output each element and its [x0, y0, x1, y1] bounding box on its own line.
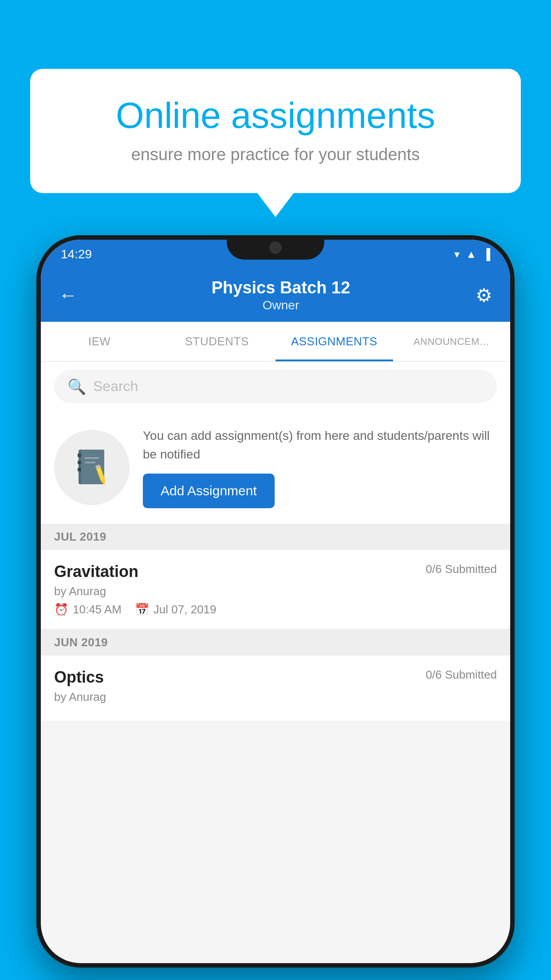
- battery-icon: ▐: [483, 248, 490, 261]
- meta-time: ⏰ 10:45 AM: [54, 603, 122, 616]
- section-header-jul2019: JUL 2019: [41, 524, 510, 550]
- assignment-author-gravitation: by Anurag: [54, 585, 497, 598]
- assignment-item-gravitation[interactable]: Gravitation 0/6 Submitted by Anurag ⏰ 10…: [41, 550, 510, 629]
- phone-notch: [227, 235, 324, 260]
- assignment-item-optics[interactable]: Optics 0/6 Submitted by Anurag: [41, 656, 510, 721]
- assignment-meta-gravitation: ⏰ 10:45 AM 📅 Jul 07, 2019: [54, 603, 497, 616]
- speech-bubble-subtitle: ensure more practice for your students: [66, 145, 485, 164]
- assignment-date: Jul 07, 2019: [153, 603, 216, 616]
- assignment-submitted-optics: 0/6 Submitted: [426, 668, 497, 682]
- phone-container: 14:29 ▾ ▲ ▐ ← Physics Batch 12 Owner ⚙: [36, 235, 515, 968]
- svg-rect-3: [78, 461, 81, 464]
- search-icon: 🔍: [67, 378, 86, 395]
- tab-assignments[interactable]: ASSIGNMENTS: [276, 322, 393, 361]
- promo-icon-circle: [54, 430, 130, 505]
- tabs-container: IEW STUDENTS ASSIGNMENTS ANNOUNCEM…: [41, 322, 510, 362]
- promo-description: You can add assignment(s) from here and …: [143, 427, 497, 464]
- add-assignment-button[interactable]: Add Assignment: [143, 474, 275, 508]
- assignment-time: 10:45 AM: [73, 603, 122, 616]
- app-bar-title: Physics Batch 12: [86, 278, 476, 298]
- promo-text-area: You can add assignment(s) from here and …: [143, 427, 497, 508]
- speech-bubble: Online assignments ensure more practice …: [30, 69, 521, 193]
- back-button[interactable]: ←: [59, 285, 77, 306]
- svg-rect-6: [85, 462, 95, 463]
- tab-iew[interactable]: IEW: [41, 322, 158, 361]
- svg-rect-4: [78, 468, 81, 471]
- assignment-title-optics: Optics: [54, 668, 104, 687]
- status-icons: ▾ ▲ ▐: [454, 248, 490, 261]
- phone-frame: 14:29 ▾ ▲ ▐ ← Physics Batch 12 Owner ⚙: [36, 235, 515, 968]
- status-time: 14:29: [61, 247, 92, 261]
- assignment-header: Gravitation 0/6 Submitted: [54, 562, 497, 581]
- tab-announcements[interactable]: ANNOUNCEM…: [393, 322, 511, 361]
- app-bar: ← Physics Batch 12 Owner ⚙: [41, 269, 510, 322]
- phone-screen: 14:29 ▾ ▲ ▐ ← Physics Batch 12 Owner ⚙: [41, 240, 510, 963]
- section-header-jun2019: JUN 2019: [41, 629, 510, 656]
- assignment-author-optics: by Anurag: [54, 690, 497, 704]
- calendar-icon: 📅: [135, 603, 149, 616]
- tab-students[interactable]: STUDENTS: [158, 322, 276, 361]
- clock-icon: ⏰: [54, 603, 68, 616]
- speech-bubble-title: Online assignments: [66, 95, 485, 135]
- settings-button[interactable]: ⚙: [476, 285, 492, 306]
- assignment-title-gravitation: Gravitation: [54, 562, 138, 581]
- search-input[interactable]: Search: [93, 378, 138, 395]
- wifi-icon: ▾: [454, 248, 460, 261]
- meta-date: 📅 Jul 07, 2019: [135, 603, 216, 616]
- assignment-submitted-gravitation: 0/6 Submitted: [426, 562, 497, 576]
- notebook-icon: [74, 447, 110, 487]
- app-bar-title-container: Physics Batch 12 Owner: [86, 278, 476, 312]
- app-bar-subtitle: Owner: [86, 298, 476, 312]
- phone-camera: [269, 241, 282, 254]
- svg-rect-2: [78, 454, 81, 457]
- svg-rect-5: [85, 457, 99, 459]
- speech-bubble-container: Online assignments ensure more practice …: [30, 69, 521, 193]
- signal-icon: ▲: [466, 248, 476, 261]
- search-bar[interactable]: 🔍 Search: [54, 370, 497, 403]
- search-container: 🔍 Search: [41, 362, 510, 411]
- assignment-header-optics: Optics 0/6 Submitted: [54, 668, 497, 687]
- promo-card: You can add assignment(s) from here and …: [41, 411, 510, 524]
